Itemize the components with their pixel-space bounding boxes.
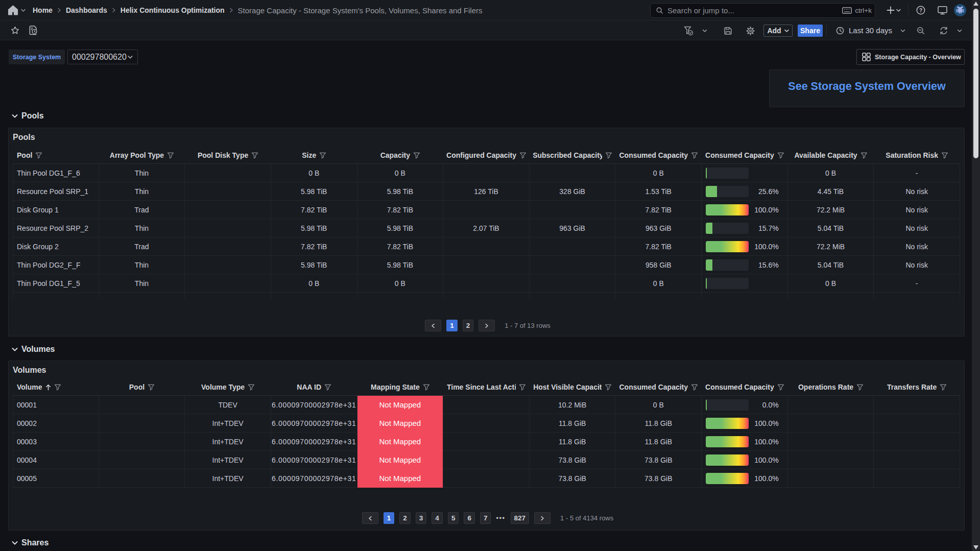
svg-text:?: ? [919, 8, 922, 13]
